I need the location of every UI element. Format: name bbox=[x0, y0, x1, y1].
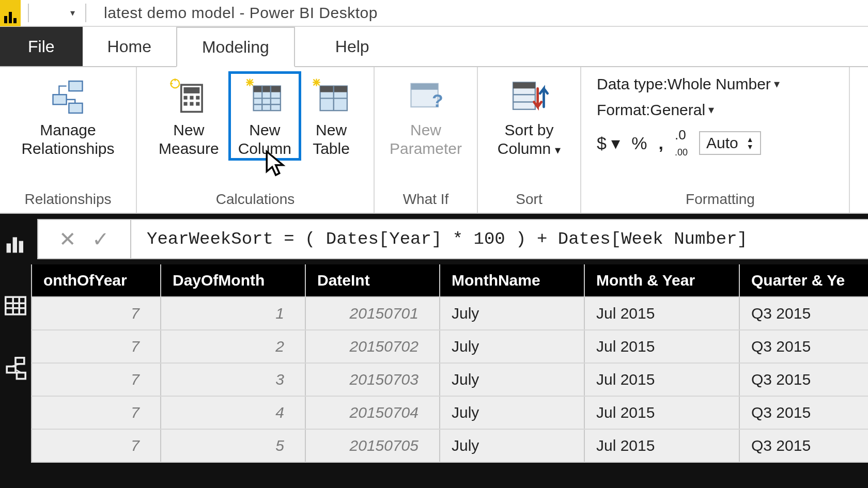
cell[interactable]: Q3 2015 bbox=[739, 330, 868, 363]
table-row[interactable]: 7420150704JulyJul 2015Q3 2015 bbox=[32, 396, 868, 429]
group-relationships: Manage Relationships Relationships bbox=[0, 67, 137, 213]
cell[interactable]: July bbox=[440, 297, 584, 330]
group-sort: Sort by Column▾ Sort bbox=[478, 67, 581, 213]
report-view-button[interactable] bbox=[0, 228, 31, 259]
cell[interactable]: 2 bbox=[161, 330, 305, 363]
chevron-down-icon: ▾ bbox=[70, 7, 75, 19]
app-logo bbox=[0, 0, 21, 26]
tab-help[interactable]: Help bbox=[311, 27, 394, 66]
ribbon-tabs: File Home Modeling Help bbox=[0, 27, 868, 67]
cell[interactable]: July bbox=[440, 396, 584, 429]
table-header-row: onthOfYear DayOfMonth DateInt MonthName … bbox=[32, 264, 868, 297]
cell[interactable]: 4 bbox=[161, 396, 305, 429]
svg-rect-35 bbox=[13, 238, 17, 253]
cell[interactable]: Q3 2015 bbox=[739, 429, 868, 462]
cell[interactable]: 7 bbox=[32, 330, 161, 363]
data-view-button[interactable] bbox=[0, 290, 31, 321]
cancel-formula-button[interactable]: ✕ bbox=[59, 227, 76, 251]
new-measure-button[interactable]: New Measure bbox=[149, 71, 228, 158]
cell[interactable]: 20150701 bbox=[305, 297, 440, 330]
svg-rect-3 bbox=[69, 81, 83, 91]
currency-button[interactable]: $ ▾ bbox=[597, 133, 620, 153]
tab-home[interactable]: Home bbox=[83, 27, 176, 66]
sort-by-column-button[interactable]: Sort by Column▾ bbox=[488, 71, 570, 158]
cell[interactable]: July bbox=[440, 363, 584, 396]
separator bbox=[85, 4, 86, 22]
table-row[interactable]: 7120150701JulyJul 2015Q3 2015 bbox=[32, 297, 868, 330]
formatting-toolbar: $ ▾ % , .0.00 Auto ▲▼ bbox=[597, 127, 844, 159]
separator bbox=[28, 4, 29, 22]
col-header[interactable]: DayOfMonth bbox=[161, 264, 305, 297]
group-formatting: Data type: Whole Number ▾ Format: Genera… bbox=[581, 67, 850, 213]
redo-button[interactable] bbox=[57, 8, 67, 18]
table-row[interactable]: 7520150705JulyJul 2015Q3 2015 bbox=[32, 429, 868, 462]
col-header[interactable]: onthOfYear bbox=[32, 264, 161, 297]
cell[interactable]: Jul 2015 bbox=[584, 429, 739, 462]
cell[interactable]: July bbox=[440, 429, 584, 462]
cell[interactable]: 20150702 bbox=[305, 330, 440, 363]
cell[interactable]: 1 bbox=[161, 297, 305, 330]
svg-rect-28 bbox=[411, 84, 438, 90]
save-button[interactable] bbox=[36, 8, 47, 18]
thousands-button[interactable]: , bbox=[659, 133, 663, 153]
commit-formula-button[interactable]: ✓ bbox=[92, 227, 110, 251]
datatype-dropdown[interactable]: Data type: Whole Number ▾ bbox=[597, 75, 844, 93]
model-view-button[interactable] bbox=[0, 352, 31, 383]
manage-relationships-button[interactable]: Manage Relationships bbox=[12, 71, 123, 158]
cell[interactable]: Q3 2015 bbox=[739, 297, 868, 330]
decimal-icon[interactable]: .0.00 bbox=[675, 127, 688, 159]
cell[interactable]: 7 bbox=[32, 363, 161, 396]
col-header[interactable]: Month & Year bbox=[584, 264, 739, 297]
cell[interactable]: 20150703 bbox=[305, 363, 440, 396]
title-bar: ▾ latest demo model - Power BI Desktop bbox=[0, 0, 868, 27]
cell[interactable]: Q3 2015 bbox=[739, 363, 868, 396]
new-table-button[interactable]: New Table bbox=[301, 71, 361, 158]
svg-rect-12 bbox=[190, 96, 194, 100]
qat-customize-button[interactable]: ▾ bbox=[67, 7, 78, 19]
cell[interactable]: Jul 2015 bbox=[584, 363, 739, 396]
cell[interactable]: Jul 2015 bbox=[584, 396, 739, 429]
cell[interactable]: 7 bbox=[32, 396, 161, 429]
table-icon bbox=[3, 293, 28, 318]
svg-rect-44 bbox=[17, 373, 25, 379]
new-table-label: New Table bbox=[313, 121, 350, 158]
data-grid[interactable]: onthOfYear DayOfMonth DateInt MonthName … bbox=[31, 264, 868, 488]
svg-rect-34 bbox=[7, 244, 10, 253]
cell[interactable]: 7 bbox=[32, 297, 161, 330]
sort-by-column-label: Sort by Column▾ bbox=[498, 121, 561, 158]
new-column-button[interactable]: New Column bbox=[228, 71, 301, 161]
cell[interactable]: Jul 2015 bbox=[584, 330, 739, 363]
cell[interactable]: 3 bbox=[161, 363, 305, 396]
svg-rect-11 bbox=[184, 96, 188, 100]
table-row[interactable]: 7220150702JulyJul 2015Q3 2015 bbox=[32, 330, 868, 363]
group-label-formatting: Formatting bbox=[592, 189, 849, 211]
parameter-icon: ? bbox=[405, 76, 446, 118]
decimal-places-stepper[interactable]: Auto ▲▼ bbox=[699, 131, 761, 155]
percent-button[interactable]: % bbox=[631, 133, 647, 153]
tab-modeling[interactable]: Modeling bbox=[176, 27, 295, 67]
new-parameter-button[interactable]: ? New Parameter bbox=[380, 71, 471, 158]
col-header[interactable]: Quarter & Ye bbox=[739, 264, 868, 297]
tab-file[interactable]: File bbox=[0, 27, 83, 66]
cell[interactable]: 7 bbox=[32, 429, 161, 462]
cell[interactable]: Q3 2015 bbox=[739, 396, 868, 429]
datatype-label: Data type: bbox=[597, 75, 668, 93]
formula-input[interactable]: YearWeekSort = ( Dates[Year] * 100 ) + D… bbox=[131, 219, 868, 259]
col-header[interactable]: DateInt bbox=[305, 264, 440, 297]
cell[interactable]: Jul 2015 bbox=[584, 297, 739, 330]
cell[interactable]: 20150704 bbox=[305, 396, 440, 429]
cell[interactable]: 20150705 bbox=[305, 429, 440, 462]
cell[interactable]: July bbox=[440, 330, 584, 363]
col-header[interactable]: MonthName bbox=[440, 264, 584, 297]
manage-relationships-label: Manage Relationships bbox=[21, 121, 114, 158]
chevron-down-icon: ▾ bbox=[774, 77, 780, 91]
table-row[interactable]: 7320150703JulyJul 2015Q3 2015 bbox=[32, 363, 868, 396]
undo-button[interactable] bbox=[47, 8, 57, 18]
svg-rect-16 bbox=[196, 102, 200, 106]
logo-bars-icon bbox=[4, 12, 17, 23]
calculator-icon bbox=[168, 76, 209, 118]
svg-rect-42 bbox=[16, 358, 24, 364]
format-dropdown[interactable]: Format: General ▾ bbox=[597, 101, 844, 119]
svg-rect-10 bbox=[184, 87, 200, 93]
cell[interactable]: 5 bbox=[161, 429, 305, 462]
